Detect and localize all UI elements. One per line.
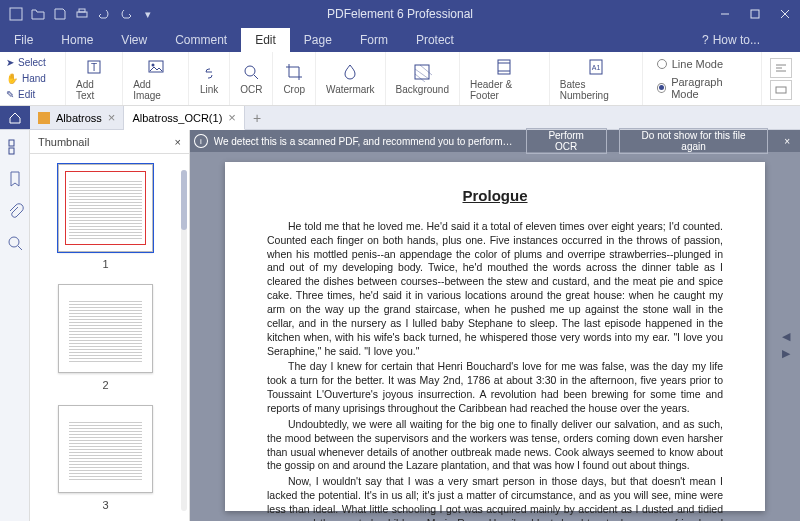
new-tab-button[interactable]: + — [245, 106, 269, 129]
svg-rect-2 — [79, 9, 85, 12]
svg-rect-19 — [776, 87, 786, 93]
add-image-button[interactable]: Add Image — [123, 52, 189, 105]
save-icon[interactable] — [52, 6, 68, 22]
select-group: ➤Select ✋Hand ✎Edit — [0, 52, 66, 105]
hand-icon: ✋ — [6, 73, 18, 84]
close-icon[interactable]: × — [108, 110, 116, 125]
undo-icon[interactable] — [96, 6, 112, 22]
thumbnail-page-1[interactable] — [58, 164, 153, 252]
select-tool[interactable]: ➤Select — [6, 55, 59, 69]
svg-point-9 — [245, 66, 255, 76]
svg-rect-4 — [751, 10, 759, 18]
thumb-num: 3 — [102, 499, 108, 511]
svg-point-8 — [151, 63, 154, 66]
tab-albatross-ocr[interactable]: Albatross_OCR(1)× — [124, 106, 244, 130]
thumb-num: 1 — [102, 258, 108, 270]
paragraph: He told me that he loved me. He'd said i… — [267, 220, 723, 359]
document-page[interactable]: Prologue He told me that he loved me. He… — [225, 162, 765, 511]
thumbnail-page-2[interactable] — [58, 284, 153, 372]
menu-view[interactable]: View — [107, 28, 161, 52]
background-button[interactable]: Background — [386, 52, 460, 105]
paragraph: Now, I wouldn't say that I was a very sm… — [267, 475, 723, 521]
close-button[interactable] — [770, 0, 800, 28]
thumb-num: 2 — [102, 379, 108, 391]
paragraph: The day I knew for certain that Henri Bo… — [267, 360, 723, 415]
hand-tool[interactable]: ✋Hand — [6, 71, 59, 85]
redo-icon[interactable] — [118, 6, 134, 22]
edit-tool[interactable]: ✎Edit — [6, 88, 59, 102]
ocr-notice-bar: i We detect this is a scanned PDF, and r… — [190, 130, 800, 152]
thumbnail-page-3[interactable] — [58, 405, 153, 493]
menu-comment[interactable]: Comment — [161, 28, 241, 52]
svg-rect-0 — [10, 8, 22, 20]
menubar: File Home View Comment Edit Page Form Pr… — [0, 28, 800, 52]
titlebar: ▾ PDFelement 6 Professional — [0, 0, 800, 28]
cursor-icon: ➤ — [6, 57, 14, 68]
bates-button[interactable]: A1Bates Numbering — [550, 52, 643, 105]
pdf-icon — [38, 112, 50, 124]
bookmarks-icon[interactable] — [6, 170, 24, 188]
menu-form[interactable]: Form — [346, 28, 402, 52]
thumbnail-scrollbar[interactable] — [181, 170, 187, 511]
prev-arrow[interactable]: ◀ — [782, 330, 796, 343]
thumbnail-panel: Thumbnail× 1 2 3 — [30, 130, 190, 521]
home-tab[interactable] — [0, 106, 30, 129]
menu-file[interactable]: File — [0, 28, 47, 52]
thumbnail-title: Thumbnail — [38, 136, 89, 148]
radio-on-icon — [657, 83, 666, 93]
svg-text:A1: A1 — [591, 64, 600, 71]
header-footer-button[interactable]: Header & Footer — [460, 52, 550, 105]
svg-point-22 — [9, 237, 19, 247]
menu-page[interactable]: Page — [290, 28, 346, 52]
thumbnails-icon[interactable] — [6, 138, 24, 156]
menu-edit[interactable]: Edit — [241, 28, 290, 52]
svg-rect-11 — [498, 60, 510, 74]
document-tabs: Albatross× Albatross_OCR(1)× + — [0, 106, 800, 130]
app-title: PDFelement 6 Professional — [327, 7, 473, 21]
svg-rect-20 — [9, 140, 14, 146]
nav-arrows: ◀ ▶ — [782, 326, 796, 364]
minimize-button[interactable] — [710, 0, 740, 28]
add-text-button[interactable]: TAdd Text — [66, 52, 123, 105]
close-notice-icon[interactable]: × — [778, 136, 796, 147]
next-arrow[interactable]: ▶ — [782, 347, 796, 360]
maximize-button[interactable] — [740, 0, 770, 28]
radio-off-icon — [657, 59, 667, 69]
notice-text: We detect this is a scanned PDF, and rec… — [214, 136, 514, 147]
close-panel-icon[interactable]: × — [175, 136, 181, 148]
link-button[interactable]: Link — [189, 52, 230, 105]
paragraph-mode-radio[interactable]: Paragraph Mode — [657, 76, 747, 100]
print-icon[interactable] — [74, 6, 90, 22]
side-nav — [0, 130, 30, 521]
svg-text:T: T — [91, 62, 97, 73]
crop-button[interactable]: Crop — [273, 52, 316, 105]
svg-rect-21 — [9, 148, 14, 154]
align-group — [762, 52, 800, 105]
help-icon: ? — [702, 33, 709, 47]
paragraph: Undoubtedly, we were all waiting for the… — [267, 418, 723, 473]
attachments-icon[interactable] — [6, 202, 24, 220]
dont-show-button[interactable]: Do not show for this file again — [619, 128, 769, 154]
edit-mode-group: Line Mode Paragraph Mode — [643, 52, 762, 105]
line-mode-radio[interactable]: Line Mode — [657, 58, 747, 70]
svg-rect-1 — [77, 12, 87, 17]
document-viewer: i We detect this is a scanned PDF, and r… — [190, 130, 800, 521]
menu-home[interactable]: Home — [47, 28, 107, 52]
page-heading: Prologue — [267, 186, 723, 206]
tab-albatross[interactable]: Albatross× — [30, 106, 124, 129]
menu-protect[interactable]: Protect — [402, 28, 468, 52]
align-button-2[interactable] — [770, 80, 792, 100]
close-icon[interactable]: × — [228, 110, 236, 125]
perform-ocr-button[interactable]: Perform OCR — [526, 128, 607, 154]
pencil-icon: ✎ — [6, 89, 14, 100]
ocr-button[interactable]: OCR — [230, 52, 273, 105]
align-button-1[interactable] — [770, 58, 792, 78]
info-icon: i — [194, 134, 208, 148]
how-to[interactable]: ?How to... — [686, 33, 800, 47]
search-icon[interactable] — [6, 234, 24, 252]
app-logo-icon — [8, 6, 24, 22]
watermark-button[interactable]: Watermark — [316, 52, 386, 105]
qat-dropdown-icon[interactable]: ▾ — [140, 6, 156, 22]
ribbon: ➤Select ✋Hand ✎Edit TAdd Text Add Image … — [0, 52, 800, 106]
open-icon[interactable] — [30, 6, 46, 22]
